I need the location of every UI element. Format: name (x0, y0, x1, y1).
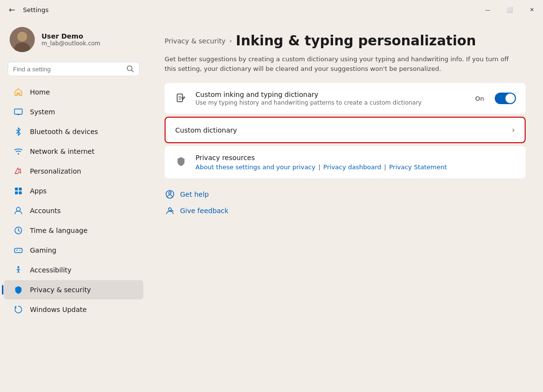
network-icon (14, 147, 23, 156)
accounts-icon (14, 206, 23, 216)
toggle-on-label: On (475, 95, 484, 102)
update-icon (14, 305, 23, 314)
search-input[interactable] (13, 66, 124, 73)
breadcrumb-chevron: › (229, 37, 232, 44)
svg-rect-17 (14, 248, 22, 253)
window-title: Settings (23, 6, 48, 14)
svg-point-10 (18, 153, 19, 155)
give-feedback-label: Give feedback (180, 207, 228, 215)
custom-dict-chevron: › (512, 125, 515, 135)
user-section[interactable]: User Demo m_lab@outlook.com (0, 19, 147, 60)
custom-inking-card: Custom inking and typing dictionary Use … (165, 83, 526, 114)
page-description: Get better suggestions by creating a cus… (165, 54, 522, 73)
sidebar-label-accounts: Accounts (30, 207, 61, 215)
sidebar-item-windows-update[interactable]: Windows Update (4, 300, 143, 319)
give-feedback-icon (165, 205, 175, 216)
give-feedback-link[interactable]: Give feedback (165, 203, 526, 219)
sidebar-item-apps[interactable]: Apps (4, 181, 143, 201)
bluetooth-icon (14, 127, 23, 136)
sidebar-item-privacy[interactable]: Privacy & security (4, 280, 143, 299)
sidebar-item-system[interactable]: System (4, 102, 143, 122)
sidebar-item-personalization[interactable]: Personalization (4, 162, 143, 181)
sidebar-label-home: Home (30, 88, 50, 96)
sidebar-label-update: Windows Update (30, 306, 87, 313)
page-title: Inking & typing personalization (236, 33, 476, 49)
svg-rect-14 (19, 191, 22, 194)
svg-point-15 (16, 207, 20, 211)
home-icon (14, 87, 23, 97)
sidebar-item-bluetooth[interactable]: Bluetooth & devices (4, 122, 143, 141)
sidebar-label-system: System (30, 108, 55, 116)
sidebar-item-home[interactable]: Home (4, 82, 143, 102)
sidebar-label-personalization: Personalization (30, 167, 81, 175)
privacy-links: About these settings and your privacy | … (195, 163, 516, 171)
close-button[interactable]: ✕ (521, 0, 543, 19)
gaming-icon (14, 245, 23, 255)
svg-point-27 (169, 192, 171, 194)
about-settings-link[interactable]: About these settings and your privacy (195, 163, 315, 171)
svg-point-20 (19, 250, 20, 251)
svg-point-28 (168, 208, 171, 211)
apps-icon (14, 186, 23, 196)
svg-line-5 (132, 70, 134, 72)
minimize-button[interactable]: — (476, 0, 499, 19)
privacy-icon (14, 285, 23, 295)
content-area: Privacy & security › Inking & typing per… (147, 19, 543, 392)
inking-card-title: Custom inking and typing dictionary (195, 91, 468, 98)
toggle-thumb (505, 94, 515, 103)
breadcrumb: Privacy & security › Inking & typing per… (165, 33, 526, 49)
help-section: Get help Give feedback (165, 186, 526, 219)
get-help-link[interactable]: Get help (165, 186, 526, 203)
sidebar-label-accessibility: Accessibility (30, 266, 71, 274)
sidebar-item-network[interactable]: Network & internet (4, 142, 143, 161)
sidebar-item-time[interactable]: Time & language (4, 221, 143, 240)
user-name: User Demo (42, 32, 100, 40)
get-help-icon (165, 189, 175, 200)
svg-rect-13 (15, 191, 18, 194)
back-button[interactable]: ← (6, 3, 18, 16)
inking-card-subtitle: Use my typing history and handwriting pa… (195, 99, 468, 106)
inking-toggle[interactable] (495, 93, 516, 104)
search-icon (126, 65, 134, 73)
svg-rect-6 (17, 93, 19, 95)
privacy-resources-card: Privacy resources About these settings a… (165, 146, 526, 178)
svg-rect-11 (15, 188, 18, 190)
nav-menu: Home System Bluetooth & devices (0, 82, 147, 320)
custom-dict-row[interactable]: Custom dictionary › (166, 118, 525, 142)
sidebar-item-accessibility[interactable]: Accessibility (4, 260, 143, 280)
sidebar-label-apps: Apps (30, 187, 47, 195)
sidebar-label-privacy: Privacy & security (30, 286, 91, 294)
privacy-resources-icon (174, 155, 188, 168)
sidebar-item-accounts[interactable]: Accounts (4, 201, 143, 220)
sidebar-label-network: Network & internet (30, 148, 95, 155)
svg-rect-12 (19, 188, 22, 190)
sidebar-label-bluetooth: Bluetooth & devices (30, 128, 98, 135)
privacy-dashboard-link[interactable]: Privacy dashboard (323, 163, 381, 171)
get-help-label: Get help (180, 190, 209, 198)
personalization-icon (14, 166, 23, 176)
svg-rect-7 (14, 109, 22, 114)
sidebar-label-gaming: Gaming (30, 246, 56, 254)
avatar (10, 27, 35, 52)
user-email: m_lab@outlook.com (42, 40, 100, 47)
system-icon (14, 107, 23, 117)
titlebar: ← Settings — ⬜ ✕ (0, 0, 543, 19)
breadcrumb-parent[interactable]: Privacy & security (165, 37, 225, 45)
sidebar: User Demo m_lab@outlook.com Home (0, 19, 147, 392)
time-icon (14, 226, 23, 235)
privacy-resources-title: Privacy resources (195, 154, 516, 162)
privacy-statement-link[interactable]: Privacy Statement (389, 163, 447, 171)
custom-dictionary-card[interactable]: Custom dictionary › (165, 117, 526, 143)
svg-point-3 (18, 32, 27, 41)
sidebar-label-time: Time & language (30, 227, 87, 234)
search-box[interactable] (8, 62, 139, 76)
svg-point-21 (17, 266, 19, 268)
inking-icon (174, 92, 188, 105)
maximize-button[interactable]: ⬜ (499, 0, 521, 19)
custom-dict-label: Custom dictionary (175, 126, 512, 134)
accessibility-icon (14, 265, 23, 275)
sidebar-item-gaming[interactable]: Gaming (4, 241, 143, 260)
